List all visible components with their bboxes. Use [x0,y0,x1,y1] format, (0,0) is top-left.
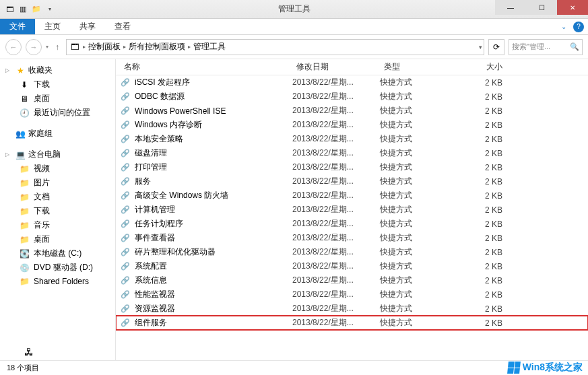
quick-access: 🗔 ▥ 📁 ▾ [0,4,55,15]
file-type: 快捷方式 [380,147,469,159]
crumb-sep-icon[interactable]: ▸ [123,44,126,50]
network-icon[interactable]: 🖧 [24,347,34,357]
up-button[interactable]: ↑ [53,42,62,52]
file-row[interactable]: 🔗Windows 内存诊断2013/8/22/星期...快捷方式2 KB [116,118,588,132]
file-type: 快捷方式 [380,261,469,272]
sidebar-item-pictures[interactable]: 📁图片 [0,176,115,190]
sidebar-item-documents[interactable]: 📁文档 [0,190,115,204]
file-date: 2013/8/22/星期... [292,119,380,131]
file-row[interactable]: 🔗组件服务2013/8/22/星期...快捷方式2 KB [116,316,588,330]
shortcut-icon: 🔗 [120,289,131,300]
col-size[interactable]: 大小 [469,61,509,73]
sidebar-item-videos[interactable]: 📁视频 [0,162,115,176]
dvd-icon: 💿 [19,263,30,273]
ribbon-expand-icon[interactable]: ⌄ [561,23,566,30]
address-dropdown-icon[interactable]: ▾ [479,44,482,50]
crumb-sep-icon: ▸ [83,44,86,50]
sidebar-homegroup[interactable]: 👥家庭组 [0,127,115,141]
file-name: 计算机管理 [135,204,175,215]
file-row[interactable]: 🔗系统信息2013/8/22/星期...快捷方式2 KB [116,273,588,287]
file-name: iSCSI 发起程序 [135,77,190,88]
file-row[interactable]: 🔗服务2013/8/22/星期...快捷方式2 KB [116,174,588,189]
sidebar-item-desktop[interactable]: 🖥桌面 [0,92,115,106]
ribbon-tab-home[interactable]: 主页 [35,19,70,34]
file-row[interactable]: 🔗本地安全策略2013/8/22/星期...快捷方式2 KB [116,132,588,146]
download-icon: ⬇ [19,79,30,90]
crumb-sep-icon[interactable]: ▸ [188,44,191,50]
col-date[interactable]: 修改日期 [292,61,380,73]
history-dropdown-icon[interactable]: ▾ [46,44,48,50]
file-date: 2013/8/22/星期... [292,261,380,272]
file-row[interactable]: 🔗事件查看器2013/8/22/星期...快捷方式2 KB [116,231,588,245]
file-date: 2013/8/22/星期... [292,232,380,244]
file-row[interactable]: 🔗iSCSI 发起程序2013/8/22/星期...快捷方式2 KB [116,75,588,90]
refresh-button[interactable]: ⟳ [488,39,504,55]
file-row[interactable]: 🔗性能监视器2013/8/22/星期...快捷方式2 KB [116,287,588,302]
file-row[interactable]: 🔗ODBC 数据源2013/8/22/星期...快捷方式2 KB [116,90,588,104]
file-date: 2013/8/22/星期... [292,133,380,145]
titlebar: 🗔 ▥ 📁 ▾ 管理工具 — ☐ ✕ [0,0,588,19]
search-input[interactable]: 搜索"管理... 🔍 [509,39,583,55]
app-icon: 🗔 [4,4,15,15]
file-size: 2 KB [469,92,509,102]
shortcut-icon: 🔗 [120,191,131,201]
file-size: 2 KB [469,205,509,215]
sidebar-item-music[interactable]: 📁音乐 [0,218,115,232]
file-row[interactable]: 🔗资源监视器2013/8/22/星期...快捷方式2 KB [116,302,588,316]
file-row[interactable]: 🔗计算机管理2013/8/22/星期...快捷方式2 KB [116,203,588,217]
qa-dropdown-icon[interactable]: ▾ [44,4,55,15]
qa-newfolder-icon[interactable]: 📁 [31,4,42,15]
sidebar-item-dvd[interactable]: 💿DVD 驱动器 (D:) [0,261,115,275]
file-size: 2 KB [469,276,509,285]
ribbon-tab-view[interactable]: 查看 [105,19,140,34]
file-row[interactable]: 🔗Windows PowerShell ISE2013/8/22/星期...快捷… [116,104,588,118]
shortcut-icon: 🔗 [120,205,131,215]
file-row[interactable]: 🔗碎片整理和优化驱动器2013/8/22/星期...快捷方式2 KB [116,245,588,259]
file-row[interactable]: 🔗系统配置2013/8/22/星期...快捷方式2 KB [116,259,588,273]
help-icon[interactable]: ? [573,22,584,32]
file-row[interactable]: 🔗打印管理2013/8/22/星期...快捷方式2 KB [116,160,588,174]
ribbon-tab-share[interactable]: 共享 [70,19,105,34]
file-type: 快捷方式 [380,133,469,145]
back-button[interactable]: ← [5,39,22,55]
col-name[interactable]: 名称 [120,61,292,73]
file-type: 快捷方式 [380,218,469,230]
folder-icon: 📁 [19,276,30,287]
window-controls: — ☐ ✕ [495,0,588,15]
sidebar-item-recent[interactable]: 🕘最近访问的位置 [0,106,115,120]
file-date: 2013/8/22/星期... [292,77,380,88]
star-icon: ★ [15,65,26,76]
file-row[interactable]: 🔗任务计划程序2013/8/22/星期...快捷方式2 KB [116,217,588,231]
shortcut-icon: 🔗 [120,219,131,230]
qa-props-icon[interactable]: ▥ [18,4,28,15]
maximize-button[interactable]: ☐ [526,0,557,15]
file-name: 系统配置 [135,261,167,272]
file-name: 打印管理 [135,162,167,173]
sidebar-favorites[interactable]: ▷★收藏夹 [0,63,115,77]
statusbar: 18 个项目 Win8系统之家 [0,360,588,375]
file-size: 2 KB [469,121,509,130]
file-type: 快捷方式 [380,303,469,314]
file-row[interactable]: 🔗磁盘清理2013/8/22/星期...快捷方式2 KB [116,146,588,160]
sidebar-item-desktop2[interactable]: 📁桌面 [0,232,115,246]
sidebar-item-downloads[interactable]: ⬇下载 [0,77,115,92]
file-type: 快捷方式 [380,204,469,215]
minimize-button[interactable]: — [495,0,526,15]
file-name: 本地安全策略 [135,133,183,145]
ribbon-file-tab[interactable]: 文件 [0,19,35,34]
file-date: 2013/8/22/星期... [292,190,380,201]
file-row[interactable]: 🔗高级安全 Windows 防火墙2013/8/22/星期...快捷方式2 KB [116,189,588,203]
folder-icon: 📁 [19,220,30,231]
sidebar-item-shared[interactable]: 📁Shared Folders [0,275,115,288]
sidebar-item-downloads2[interactable]: 📁下载 [0,204,115,218]
forward-button[interactable]: → [26,39,42,55]
close-button[interactable]: ✕ [557,0,588,15]
file-type: 快捷方式 [380,289,469,300]
breadcrumb[interactable]: 🗔 ▸ 控制面板▸ 所有控制面板项▸ 管理工具 ▾ [66,39,484,55]
sidebar-item-localdisk[interactable]: 💽本地磁盘 (C:) [0,246,115,261]
sidebar-thispc[interactable]: ▷💻这台电脑 [0,147,115,162]
folder-icon: 📁 [19,178,30,189]
file-type: 快捷方式 [380,162,469,173]
col-type[interactable]: 类型 [380,61,469,73]
computer-icon: 💻 [15,149,26,160]
